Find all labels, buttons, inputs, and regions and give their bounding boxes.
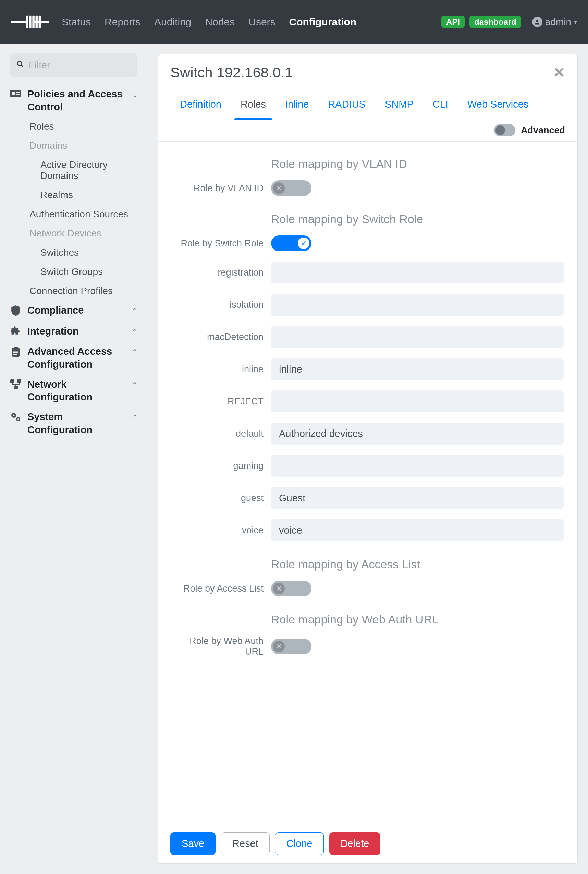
label-default: default [172, 428, 271, 439]
sidebar-group-domains: Domains [30, 136, 141, 155]
tab-web-services[interactable]: Web Services [458, 89, 538, 120]
sidebar-item-active-directory[interactable]: Active Directory Domains [40, 155, 141, 185]
input-guest[interactable] [271, 487, 564, 509]
input-voice[interactable] [271, 519, 564, 541]
save-button[interactable]: Save [170, 832, 216, 855]
svg-rect-20 [17, 379, 21, 383]
switch-card: Switch 192.168.0.1 ✕ Definition Roles In… [158, 54, 578, 864]
tab-roles[interactable]: Roles [231, 89, 276, 120]
label-guest: guest [172, 493, 271, 503]
sidebar-section-compliance[interactable]: Compliance ⌃ [6, 300, 141, 321]
label-isolation: isolation [172, 300, 271, 310]
shield-icon [9, 305, 22, 318]
input-inline[interactable] [271, 358, 564, 380]
toggle-role-by-vlan[interactable]: ✕ [271, 180, 312, 196]
sidebar-item-roles[interactable]: Roles [30, 117, 141, 136]
delete-button[interactable]: Delete [329, 832, 381, 855]
user-name: admin [545, 17, 571, 27]
filter-box [10, 54, 137, 77]
svg-rect-13 [16, 94, 20, 95]
label-gaming: gaming [172, 461, 271, 471]
svg-rect-5 [36, 16, 38, 29]
api-badge[interactable]: API [441, 16, 465, 28]
sidebar-item-auth-sources[interactable]: Authentication Sources [30, 204, 141, 224]
chevron-up-icon: ⌃ [132, 378, 138, 390]
svg-point-23 [13, 415, 15, 416]
caret-down-icon: ▾ [574, 18, 577, 26]
svg-rect-17 [14, 352, 18, 353]
label-registration: registration [172, 267, 271, 278]
sidebar-section-network-config[interactable]: Network Configuration ⌃ [6, 375, 141, 407]
sidebar-section-integration[interactable]: Integration ⌃ [6, 321, 141, 342]
svg-rect-6 [39, 16, 41, 29]
clone-button[interactable]: Clone [275, 832, 324, 855]
tab-inline[interactable]: Inline [276, 89, 318, 120]
label-role-by-web-auth: Role by Web Auth URL [172, 636, 271, 657]
input-gaming[interactable] [271, 455, 564, 477]
sidebar-policies-label: Policies and Access Control [27, 88, 127, 113]
svg-line-9 [21, 65, 23, 67]
sidebar-item-realms[interactable]: Realms [40, 185, 141, 204]
nav-reports[interactable]: Reports [101, 13, 144, 31]
nav-right: API dashboard admin ▾ [441, 16, 577, 28]
nav-users[interactable]: Users [245, 13, 279, 31]
input-registration[interactable] [271, 261, 564, 284]
tab-snmp[interactable]: SNMP [375, 89, 423, 120]
sidebar-section-policies[interactable]: Policies and Access Control ⌄ [6, 84, 141, 117]
svg-rect-4 [32, 16, 34, 29]
nav-status[interactable]: Status [58, 13, 94, 31]
sidebar-section-advanced-access[interactable]: Advanced Access Configuration ⌃ [6, 342, 141, 374]
sidebar-advanced-access-label: Advanced Access Configuration [27, 345, 127, 371]
reset-button[interactable]: Reset [221, 832, 270, 855]
label-macdetection: macDetection [172, 332, 271, 342]
sidebar-integration-label: Integration [27, 325, 127, 338]
nav-nodes[interactable]: Nodes [202, 13, 238, 31]
toggle-role-by-web-auth[interactable]: ✕ [271, 638, 312, 654]
label-inline: inline [172, 364, 271, 375]
svg-rect-18 [14, 354, 17, 355]
advanced-row: Advanced [158, 119, 578, 141]
section-switch-role-title: Role mapping by Switch Role [172, 206, 564, 236]
svg-point-25 [18, 419, 19, 420]
user-menu[interactable]: admin ▾ [532, 17, 577, 27]
app-logo [11, 14, 49, 30]
input-isolation[interactable] [271, 294, 564, 316]
section-vlan-title: Role mapping by VLAN ID [172, 151, 564, 180]
sidebar-item-switches[interactable]: Switches [40, 243, 141, 262]
tab-definition[interactable]: Definition [170, 89, 231, 120]
dashboard-badge[interactable]: dashboard [470, 16, 521, 28]
input-default[interactable] [271, 423, 564, 445]
card-footer: Save Reset Clone Delete [158, 824, 578, 863]
clipboard-icon [9, 347, 22, 360]
toggle-role-by-switch-role[interactable]: ✓ [271, 236, 312, 251]
filter-input[interactable] [10, 54, 137, 77]
nav-auditing[interactable]: Auditing [151, 13, 195, 31]
sidebar-section-system-config[interactable]: System Configuration ⌃ [6, 407, 141, 440]
tab-radius[interactable]: RADIUS [318, 89, 375, 120]
chevron-up-icon: ⌃ [132, 304, 138, 316]
sidebar-item-switch-groups[interactable]: Switch Groups [40, 262, 141, 281]
id-card-icon [9, 89, 22, 101]
svg-rect-2 [26, 16, 28, 29]
sidebar-item-connection-profiles[interactable]: Connection Profiles [30, 281, 141, 300]
label-reject: REJECT [172, 396, 271, 407]
svg-rect-12 [16, 92, 20, 93]
chevron-down-icon: ⌄ [132, 88, 138, 99]
input-macdetection[interactable] [271, 326, 564, 348]
advanced-toggle[interactable] [494, 124, 515, 137]
section-web-auth-title: Role mapping by Web Auth URL [172, 607, 564, 636]
sidebar-system-config-label: System Configuration [27, 411, 127, 436]
nav-links: Status Reports Auditing Nodes Users Conf… [58, 13, 360, 31]
puzzle-icon [9, 326, 22, 338]
chevron-up-icon: ⌃ [132, 345, 138, 357]
label-role-by-vlan: Role by VLAN ID [172, 183, 271, 194]
card-header: Switch 192.168.0.1 ✕ [158, 54, 578, 89]
toggle-role-by-access-list[interactable]: ✕ [271, 581, 312, 596]
close-icon[interactable]: ✕ [553, 64, 565, 81]
user-icon [532, 17, 542, 27]
tab-cli[interactable]: CLI [423, 89, 458, 120]
nav-configuration[interactable]: Configuration [286, 13, 360, 31]
sidebar-group-network-devices: Network Devices [30, 224, 141, 243]
form-area: Role mapping by VLAN ID Role by VLAN ID … [158, 141, 578, 824]
input-reject[interactable] [271, 390, 564, 412]
